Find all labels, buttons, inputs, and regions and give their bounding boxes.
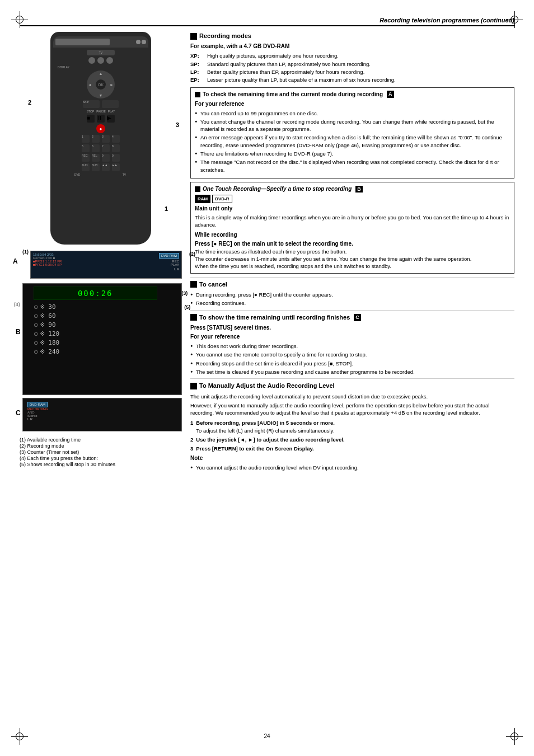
remote-wrapper: TV DISPLAY ▲ ▼ xyxy=(39,32,162,245)
display-a-stereo: L R xyxy=(174,267,179,271)
display-c-lr: L R xyxy=(27,417,177,421)
sr-bullet-2: You cannot use the remote control to spe… xyxy=(190,351,514,358)
audio-step3-text: Press [RETURN] to exit the On Screen Dis… xyxy=(196,445,313,452)
display-b-container: B 000:26 (3) (4) xyxy=(20,283,182,395)
display-label-b: B xyxy=(16,328,21,336)
bullet-4: There are limitations when recording to … xyxy=(195,150,510,157)
audio-step3: 3 Press [RETURN] to exit the On Screen D… xyxy=(190,445,514,452)
callout-1: (1) Available recording time xyxy=(20,437,182,443)
for-reference-2: For your reference xyxy=(190,333,514,341)
bullet-1: You can record up to 99 programmes on on… xyxy=(195,110,510,117)
right-column: Recording modes For example, with a 4.7 … xyxy=(190,32,514,473)
recording-modes-subtitle: For example, with a 4.7 GB DVD-RAM xyxy=(190,43,514,50)
counter-display: 000:26 xyxy=(34,287,157,300)
display-c: DVD-RAM RECORDING AND Stereo L R xyxy=(22,398,182,431)
display-a-container: A (1) 15:52:54 2/03 Remain 2:00 ■ ■PRG1 … xyxy=(20,249,182,280)
ann2: (2) xyxy=(189,251,195,257)
badge-dvdr: DVD-R xyxy=(212,195,232,203)
display-a-dvdram-badge: DVD-RAM xyxy=(159,253,179,259)
audio-step1-text: Before recording, press [AUDIO] in 5 sec… xyxy=(196,420,335,426)
check-remaining-bullets: You can record up to 99 programmes on on… xyxy=(195,110,510,173)
show-remaining-bullets: This does not work during timer recordin… xyxy=(190,342,514,375)
remote-label-2: 2 xyxy=(28,99,31,106)
desc2: The counter decreases in 1-minute units … xyxy=(195,255,510,262)
mode-table: XP: High quality pictures, approximately… xyxy=(190,52,514,83)
time-120: ※ 120 xyxy=(40,330,60,337)
remote-label-1: 1 xyxy=(165,205,168,212)
ann4: (4) xyxy=(14,302,20,307)
display-c-dvdram: DVD-RAM xyxy=(27,402,48,407)
divider-2 xyxy=(190,310,514,311)
remote-control: TV DISPLAY ▲ ▼ xyxy=(50,32,151,245)
callout-2: (2) Recording mode xyxy=(20,443,182,449)
bullet-3: An error message appears if you try to s… xyxy=(195,134,510,149)
audio-step2: 2 Use the joystick [◄, ►] to adjust the … xyxy=(190,436,514,443)
bullet-5: The message "Can not record on the disc.… xyxy=(195,158,510,173)
display-b: 000:26 (3) (4) ⊙ xyxy=(22,283,182,395)
header-title: Recording television programmes (continu… xyxy=(380,17,514,24)
callout-4: (4) Each time you press the button: xyxy=(20,456,182,461)
main-unit-only: Main unit only xyxy=(195,205,510,213)
sr-bullet-4: The set time is cleared if you pause rec… xyxy=(190,368,514,375)
cancel-bullets: During recording, press [● REC] until th… xyxy=(190,291,514,307)
show-remaining-title: To show the time remaining until recordi… xyxy=(190,313,514,322)
audio-step1: 1 Before recording, press [AUDIO] in 5 s… xyxy=(190,419,514,434)
mode-sp: SP: Standard quality pictures than LP, a… xyxy=(190,60,514,68)
cancel-bullet-2: Recording continues. xyxy=(190,299,514,307)
audio-step2-text: Use the joystick [◄, ►] to adjust the au… xyxy=(196,436,344,443)
sr-bullet-1: This does not work during timer recordin… xyxy=(190,342,514,350)
display-label-c: C xyxy=(16,409,21,417)
mode-xp: XP: High quality pictures, approximately… xyxy=(190,52,514,59)
note-bullets: You cannot adjust the audio recording le… xyxy=(190,464,514,471)
note-title: Note xyxy=(190,454,514,462)
desc3: When the time you set is reached, record… xyxy=(195,262,510,270)
one-touch-title: One Touch Recording—Specify a time to st… xyxy=(195,185,510,193)
one-touch-intro: This is a simple way of making timer rec… xyxy=(195,214,510,229)
audio-title: To Manually Adjust the Audio Recording L… xyxy=(190,382,514,390)
badge-ram: RAM xyxy=(195,195,210,203)
remote-label-3: 3 xyxy=(176,121,179,128)
section-one-touch: One Touch Recording—Specify a time to st… xyxy=(190,182,514,274)
display-label-a: A xyxy=(13,257,18,265)
cancel-title: To cancel xyxy=(190,280,514,289)
for-your-reference-1: For your reference xyxy=(195,100,510,108)
check-remaining-title: To check the remaining time and the curr… xyxy=(195,91,510,98)
cancel-bullet-1: During recording, press [● REC] until th… xyxy=(190,291,514,298)
badge-row: RAM DVD-R xyxy=(195,195,510,203)
divider-3 xyxy=(190,378,514,379)
ann5: (5) xyxy=(184,304,190,310)
time-60: ※ 60 xyxy=(40,312,56,320)
mode-ep: EP: Lesser picture quality than LP, but … xyxy=(190,76,514,83)
time-240: ※ 240 xyxy=(40,348,60,355)
callout-labels: (1) Available recording time (2) Recordi… xyxy=(20,437,182,467)
callout-5: (5) Shows recording will stop in 30 minu… xyxy=(20,462,182,467)
time-30: ※ 30 xyxy=(40,303,56,311)
page-header: Recording television programmes (continu… xyxy=(20,17,514,26)
press-instruction: Press [● REC] on the main unit to select… xyxy=(195,240,510,248)
sr-bullet-3: Recording stops and the set time is clea… xyxy=(190,360,514,367)
left-column: TV DISPLAY ▲ ▼ xyxy=(20,32,182,473)
desc1: The time increases as illustrated each t… xyxy=(195,248,510,255)
recording-modes-title: Recording modes xyxy=(190,32,514,40)
page-number: 24 xyxy=(264,733,270,739)
ann3: (3) xyxy=(181,290,188,296)
note-section: Note You cannot adjust the audio recordi… xyxy=(190,454,514,471)
time-90: ※ 90 xyxy=(40,321,56,328)
audio-intro: The unit adjusts the recording level aut… xyxy=(190,393,514,400)
callout-3: (3) Counter (Timer not set) xyxy=(20,449,182,455)
bullet-2: You cannot change the channel or recordi… xyxy=(195,118,510,133)
audio-step1-sub: To adjust the left (L) and right (R) cha… xyxy=(196,428,335,434)
page-footer: 24 xyxy=(0,733,534,739)
display-a-recplay: RECPLAY xyxy=(171,260,179,266)
display-a-ann1: (1) xyxy=(22,249,29,255)
note-bullet-1: You cannot adjust the audio recording le… xyxy=(190,464,514,471)
display-c-container: C DVD-RAM RECORDING AND Stereo L R xyxy=(20,398,182,431)
divider-1 xyxy=(190,277,514,278)
while-recording-label: While recording xyxy=(195,231,510,239)
audio-detail: However, if you want to manually adjust … xyxy=(190,402,514,417)
display-a-prog2: ■PRG1 0:35:04 SP xyxy=(33,263,62,266)
time-180: ※ 180 xyxy=(40,339,60,346)
show-remaining-subtitle: Press [STATUS] severel times. xyxy=(190,324,514,332)
mode-lp: LP: Better quality pictures than EP, app… xyxy=(190,68,514,76)
section-check-remaining: To check the remaining time and the curr… xyxy=(190,87,514,179)
